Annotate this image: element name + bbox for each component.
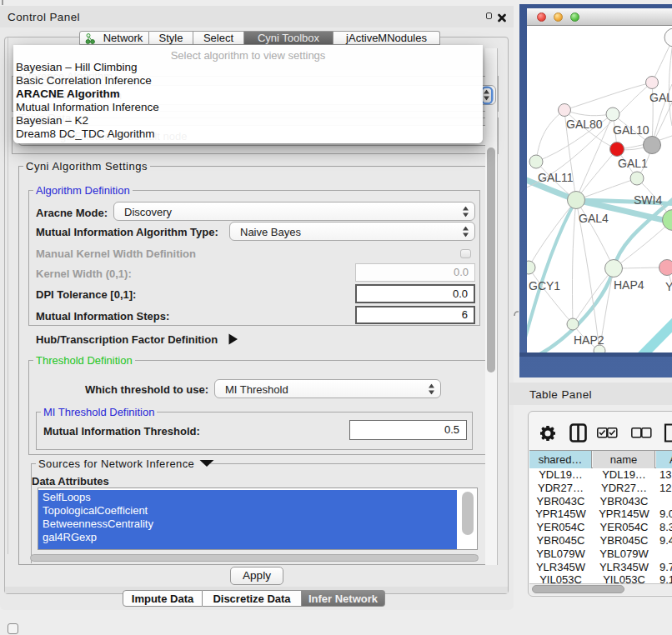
svg-text:GAL2: GAL2 — [649, 91, 672, 104]
svg-text:Y: Y — [665, 280, 672, 293]
svg-text:GAL10: GAL10 — [613, 123, 649, 137]
svg-text:GAL11: GAL11 — [538, 171, 574, 184]
svg-text:GCY1: GCY1 — [529, 279, 560, 292]
svg-text:GAL4: GAL4 — [579, 212, 609, 225]
svg-text:HAP4: HAP4 — [614, 278, 644, 292]
svg-text:GAL1: GAL1 — [618, 157, 648, 170]
svg-text:SWI4: SWI4 — [634, 193, 662, 207]
svg-text:HAP2: HAP2 — [574, 333, 604, 347]
svg-text:GAL80: GAL80 — [566, 118, 603, 131]
